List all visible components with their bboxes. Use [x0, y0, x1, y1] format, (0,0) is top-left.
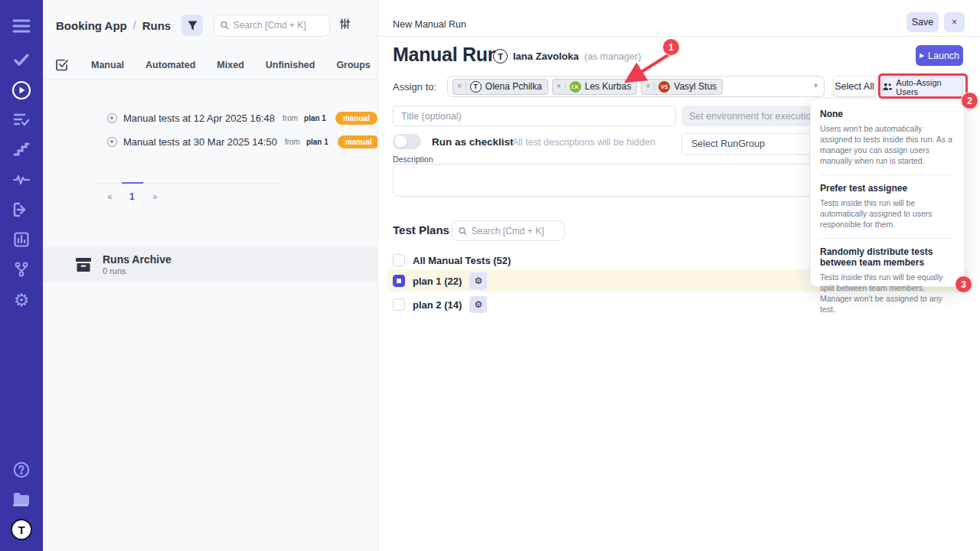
settings-gear-icon[interactable]: ⚙	[0, 286, 43, 314]
close-button[interactable]: ×	[944, 12, 965, 32]
nav-sidebar: ⚙ T	[0, 0, 43, 551]
search-icon	[220, 21, 229, 30]
annotation-arrow	[605, 38, 697, 92]
select-all-button[interactable]: Select All	[833, 76, 876, 97]
run-plan-name: plan 1	[306, 138, 328, 146]
run-from-label: from	[283, 114, 298, 122]
tab-automated[interactable]: Automated	[135, 56, 206, 74]
header-divider	[378, 36, 980, 37]
breadcrumb-separator: /	[133, 19, 136, 31]
archive-title: Runs Archive	[103, 253, 172, 266]
run-plan-name: plan 1	[304, 114, 326, 122]
manual-badge: manual	[338, 135, 378, 148]
dropdown-option-prefer-assignee[interactable]: Prefer test assignee Tests inside this r…	[820, 174, 955, 238]
run-list-item[interactable]: Manual tests at 12 Apr 2025 16:48 from p…	[107, 112, 378, 125]
checklist-hint: All test descriptions will be hidden	[512, 137, 655, 148]
gear-icon: ⚙	[474, 276, 482, 286]
checklist-label: Run as checklist	[432, 136, 514, 148]
checkbox-all-manual-tests[interactable]	[393, 254, 405, 266]
runs-play-icon[interactable]	[0, 77, 43, 104]
launch-button[interactable]: ▶ Launch	[916, 45, 963, 66]
run-title[interactable]: Manual tests at 30 Mar 2025 14:50	[123, 136, 277, 148]
archive-box-icon	[75, 257, 92, 272]
auto-assign-dropdown: None Users won't be automatically assign…	[810, 98, 965, 287]
plans-list-check-icon[interactable]	[0, 106, 43, 133]
run-status-icon	[107, 137, 117, 147]
bulk-select-icon[interactable]	[56, 58, 68, 72]
runs-search-input[interactable]	[234, 20, 323, 31]
filter-button[interactable]	[181, 15, 203, 36]
run-list-item[interactable]: Manual tests at 30 Mar 2025 14:50 from p…	[107, 135, 378, 148]
pagination-active-indicator	[122, 182, 143, 184]
projects-folder-icon[interactable]	[0, 486, 43, 514]
manual-badge: manual	[335, 112, 377, 125]
assignee-chip: × T Olena Pchilka	[452, 79, 548, 95]
branches-git-icon[interactable]	[0, 256, 43, 283]
import-sign-in-icon[interactable]	[0, 196, 43, 223]
checkbox-plan-2[interactable]	[393, 298, 405, 311]
test-plans-search-input[interactable]	[471, 226, 558, 236]
annotation-highlight-rect	[878, 73, 968, 99]
page-title: New Manual Run	[393, 19, 466, 30]
test-plans-title: Test Plans	[393, 223, 449, 236]
menu-hamburger-icon[interactable]	[0, 12, 43, 40]
breadcrumb-project[interactable]: Booking App	[56, 19, 127, 32]
tab-mixed[interactable]: Mixed	[206, 56, 254, 74]
milestones-stairs-icon[interactable]	[0, 135, 43, 163]
plan-2-settings-button[interactable]: ⚙	[469, 296, 487, 313]
view-settings-sliders-icon[interactable]	[339, 18, 351, 32]
test-plan-row-plan1: plan 1 (22) ⚙	[387, 270, 487, 292]
run-as-checklist-toggle[interactable]	[393, 134, 421, 149]
dropdown-option-random-distribute[interactable]: Randomly distribute tests between team m…	[820, 238, 955, 323]
test-plans-search[interactable]	[452, 220, 565, 241]
tab-groups[interactable]: Groups	[325, 56, 378, 74]
annotation-badge-2: 2	[962, 93, 978, 109]
pagination-page-1[interactable]: 1	[129, 191, 135, 202]
app-logo[interactable]: T	[0, 516, 43, 543]
assignee-avatar: LK	[570, 81, 581, 93]
runs-search[interactable]	[214, 15, 330, 37]
run-type-tabs: Manual Automated Mixed Unfinished Groups…	[56, 55, 378, 75]
manager-name: Iana Zavoloka	[513, 51, 579, 62]
search-icon	[459, 227, 466, 236]
tests-check-icon[interactable]	[0, 46, 43, 73]
pulse-activity-icon[interactable]	[0, 166, 43, 194]
remove-assignee-icon[interactable]: ×	[457, 83, 466, 90]
archive-count: 0 runs	[103, 266, 172, 276]
breadcrumb: Booking App / Runs	[56, 14, 351, 37]
save-button[interactable]: Save	[906, 12, 939, 32]
pagination-prev[interactable]: «	[107, 191, 113, 202]
run-from-label: from	[285, 138, 300, 146]
app-screen: ⚙ T Booking App / Runs ×	[0, 0, 980, 551]
pagination-next[interactable]: »	[152, 191, 158, 202]
reports-bar-chart-icon[interactable]	[0, 226, 43, 253]
manager-avatar: T	[493, 49, 508, 64]
dropdown-option-none[interactable]: None Users won't be automatically assign…	[820, 109, 955, 174]
annotation-badge-1: 1	[663, 39, 679, 55]
run-heading: Manual Run	[393, 44, 499, 66]
annotation-badge-3: 3	[956, 276, 972, 292]
assign-to-label: Assign to:	[393, 81, 436, 93]
help-icon[interactable]	[0, 456, 43, 484]
assignee-avatar: T	[470, 81, 482, 93]
test-plan-row-all: All Manual Tests (52)	[387, 249, 511, 271]
tab-manual[interactable]: Manual	[80, 56, 135, 74]
gear-icon: ⚙	[474, 299, 482, 310]
remove-assignee-icon[interactable]: ×	[557, 83, 566, 90]
run-title[interactable]: Manual tests at 12 Apr 2025 16:48	[123, 112, 275, 124]
chevron-down-icon[interactable]: ▾	[814, 81, 818, 90]
checkbox-plan-1[interactable]	[393, 275, 405, 287]
description-label: Description	[393, 155, 433, 164]
breadcrumb-page: Runs	[142, 19, 172, 32]
test-plan-row-plan2: plan 2 (14) ⚙	[387, 294, 487, 315]
panel-divider	[43, 79, 378, 80]
tab-unfinished[interactable]: Unfinished	[255, 56, 326, 74]
run-status-icon	[107, 113, 117, 123]
description-textarea[interactable]	[393, 164, 828, 197]
runs-panel: Booking App / Runs × Manual Automated Mi…	[43, 0, 378, 551]
runs-archive[interactable]: Runs Archive 0 runs	[43, 247, 378, 282]
run-title-input[interactable]	[393, 106, 676, 126]
funnel-icon	[188, 21, 198, 31]
play-icon: ▶	[920, 52, 924, 59]
plan-1-settings-button[interactable]: ⚙	[469, 272, 487, 289]
